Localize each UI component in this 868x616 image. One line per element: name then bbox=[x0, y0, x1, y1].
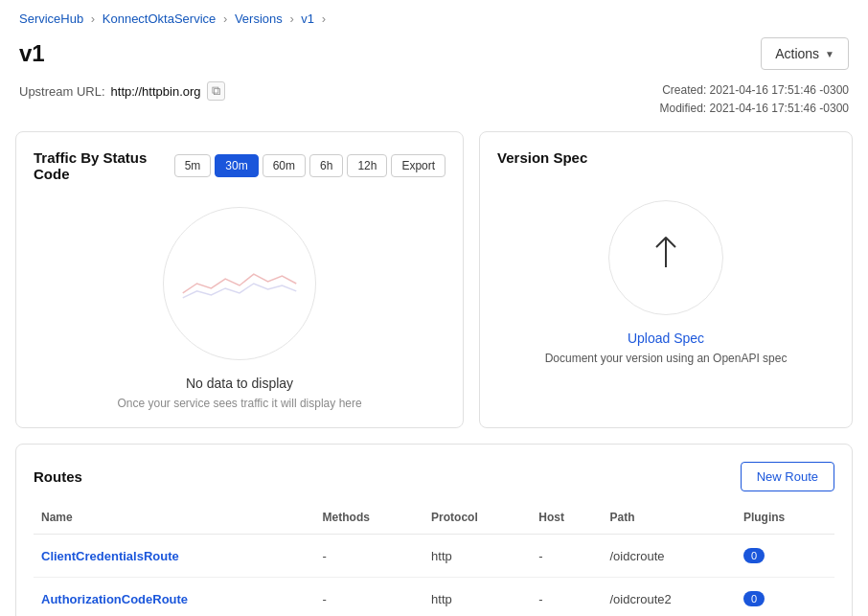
spec-card: Version Spec Upload Spec Document your v… bbox=[479, 131, 853, 428]
route-host-cell: - bbox=[531, 535, 602, 578]
col-plugins: Plugins bbox=[736, 505, 834, 535]
page-wrapper: ServiceHub › KonnectOktaService › Versio… bbox=[0, 0, 868, 616]
route-protocol-cell: http bbox=[423, 535, 531, 578]
time-filter-6h[interactable]: 6h bbox=[309, 154, 343, 177]
routes-card: Routes New Route Name Methods Protocol H… bbox=[15, 444, 853, 616]
modified-timestamp: Modified: 2021-04-16 17:51:46 -0300 bbox=[660, 100, 849, 118]
routes-header-row: Name Methods Protocol Host Path Plugins bbox=[34, 505, 834, 535]
time-filter-5m[interactable]: 5m bbox=[174, 154, 212, 177]
breadcrumb-v1[interactable]: v1 bbox=[301, 11, 314, 26]
route-plugins-cell: 0 bbox=[736, 535, 834, 578]
breadcrumb-sep1: › bbox=[91, 11, 99, 26]
breadcrumb-sep4: › bbox=[322, 11, 326, 26]
routes-table: Name Methods Protocol Host Path Plugins … bbox=[34, 505, 834, 616]
breadcrumb-service[interactable]: KonnectOktaService bbox=[103, 11, 217, 26]
upload-circle bbox=[608, 200, 723, 315]
new-route-button[interactable]: New Route bbox=[741, 462, 834, 491]
routes-table-head: Name Methods Protocol Host Path Plugins bbox=[34, 505, 834, 535]
breadcrumb-versions[interactable]: Versions bbox=[235, 11, 283, 26]
traffic-card-title: Traffic By Status Code bbox=[34, 149, 174, 182]
col-methods: Methods bbox=[315, 505, 423, 535]
time-filters: 5m 30m 60m 6h 12h Export bbox=[174, 154, 445, 177]
spec-area: Upload Spec Document your version using … bbox=[497, 181, 834, 365]
route-host-cell: - bbox=[531, 578, 602, 616]
page-title: v1 bbox=[19, 40, 45, 67]
actions-button[interactable]: Actions ▼ bbox=[761, 37, 849, 70]
route-methods-cell: - bbox=[315, 578, 423, 616]
col-name: Name bbox=[34, 505, 315, 535]
page-header: v1 Actions ▼ bbox=[0, 34, 868, 81]
time-filter-30m[interactable]: 30m bbox=[215, 154, 258, 177]
time-filter-12h[interactable]: 12h bbox=[347, 154, 387, 177]
chart-circle bbox=[163, 207, 316, 360]
route-methods-cell: - bbox=[315, 535, 423, 578]
upload-desc: Document your version using an OpenAPI s… bbox=[545, 352, 788, 365]
plugins-badge: 0 bbox=[743, 548, 765, 563]
route-name-cell[interactable]: ClientCredentialsRoute bbox=[34, 535, 315, 578]
time-filter-60m[interactable]: 60m bbox=[263, 154, 306, 177]
upstream-label: Upstream URL: bbox=[19, 84, 105, 99]
no-data-sub: Once your service sees traffic it will d… bbox=[117, 397, 361, 410]
breadcrumb-sep3: › bbox=[289, 11, 297, 26]
table-row: ClientCredentialsRoute - http - /oidcrou… bbox=[34, 535, 834, 578]
no-data-text: No data to display bbox=[186, 376, 293, 391]
routes-title: Routes bbox=[34, 468, 82, 485]
route-plugins-cell: 0 bbox=[736, 578, 834, 616]
routes-header: Routes New Route bbox=[34, 462, 834, 491]
cards-row: Traffic By Status Code 5m 30m 60m 6h 12h… bbox=[15, 131, 853, 428]
spec-card-title: Version Spec bbox=[497, 149, 587, 166]
timestamps: Created: 2021-04-16 17:51:46 -0300 Modif… bbox=[660, 81, 849, 118]
created-timestamp: Created: 2021-04-16 17:51:46 -0300 bbox=[660, 81, 849, 100]
traffic-card: Traffic By Status Code 5m 30m 60m 6h 12h… bbox=[15, 131, 464, 428]
col-host: Host bbox=[531, 505, 602, 535]
meta-row: Upstream URL: http://httpbin.org ⧉ Creat… bbox=[0, 81, 868, 131]
chevron-down-icon: ▼ bbox=[825, 49, 834, 59]
chart-area: No data to display Once your service see… bbox=[34, 197, 445, 410]
breadcrumb-servicehub[interactable]: ServiceHub bbox=[19, 11, 83, 26]
col-protocol: Protocol bbox=[423, 505, 531, 535]
route-name-cell[interactable]: AuthorizationCodeRoute bbox=[34, 578, 315, 616]
upstream-url-row: Upstream URL: http://httpbin.org ⧉ bbox=[19, 81, 225, 101]
copy-icon[interactable]: ⧉ bbox=[207, 81, 225, 101]
breadcrumb: ServiceHub › KonnectOktaService › Versio… bbox=[0, 0, 868, 34]
export-button[interactable]: Export bbox=[391, 154, 445, 177]
spec-card-header: Version Spec bbox=[497, 149, 834, 166]
plugins-badge: 0 bbox=[743, 591, 765, 606]
route-path-cell: /oidcroute bbox=[602, 535, 735, 578]
chart-svg bbox=[164, 208, 315, 359]
upload-spec-link[interactable]: Upload Spec bbox=[628, 331, 704, 346]
col-path: Path bbox=[602, 505, 735, 535]
traffic-card-header: Traffic By Status Code 5m 30m 60m 6h 12h… bbox=[34, 149, 445, 182]
main-content: Traffic By Status Code 5m 30m 60m 6h 12h… bbox=[0, 131, 868, 616]
upstream-url-value: http://httpbin.org bbox=[111, 84, 201, 99]
route-path-cell: /oidcroute2 bbox=[602, 578, 735, 616]
breadcrumb-sep2: › bbox=[223, 11, 231, 26]
table-row: AuthorizationCodeRoute - http - /oidcrou… bbox=[34, 578, 834, 616]
routes-table-body: ClientCredentialsRoute - http - /oidcrou… bbox=[34, 535, 834, 616]
upload-arrow-icon bbox=[647, 234, 685, 282]
route-protocol-cell: http bbox=[423, 578, 531, 616]
actions-label: Actions bbox=[775, 46, 819, 61]
